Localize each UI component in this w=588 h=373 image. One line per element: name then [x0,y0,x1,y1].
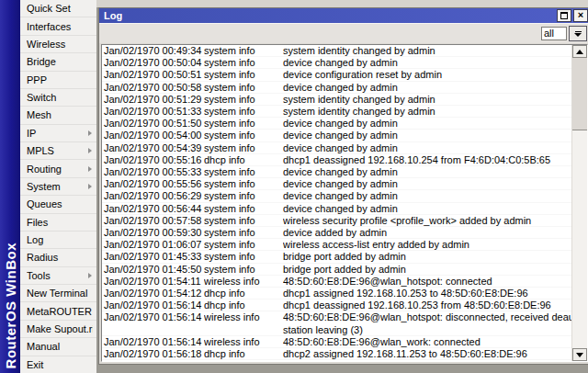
log-cell-time: Jan/02/1970 00:51:29 [102,94,204,106]
log-row[interactable]: Jan/02/1970 01:56:18dhcp infodhcp2 assig… [102,348,571,360]
log-cell-time: Jan/02/1970 00:55:33 [102,166,204,178]
sidebar-item-ppp[interactable]: PPP [20,72,96,89]
log-cell-time: Jan/02/1970 00:56:29 [102,190,204,202]
log-cell-topics: system info [204,251,283,263]
log-row[interactable]: Jan/02/1970 01:45:50system infobridge po… [102,264,571,276]
log-row[interactable]: Jan/02/1970 00:55:16dhcp infodhcp1 deass… [102,154,571,166]
log-row[interactable]: Jan/02/1970 01:45:33system infobridge po… [102,251,571,263]
sidebar-item-label: MPLS [27,145,88,156]
log-cell-time: Jan/02/1970 00:57:58 [102,215,204,227]
sidebar-item-manual[interactable]: Manual [20,338,96,356]
maximize-button[interactable] [557,9,571,22]
log-cell-topics: dhcp info [204,154,283,166]
log-row[interactable]: Jan/02/1970 00:56:29system infodevice ch… [102,190,571,202]
log-row[interactable]: Jan/02/1970 00:59:30system infodevice ad… [102,227,571,239]
sidebar-item-label: Manual [27,341,93,352]
log-cell-message: bridge port added by admin [283,264,571,276]
chevron-down-icon [574,33,582,37]
sidebar-item-switch[interactable]: Switch [20,89,96,107]
log-row[interactable]: Jan/02/1970 00:55:33system infodevice ch… [102,166,571,178]
sidebar-item-log[interactable]: Log [20,232,96,249]
log-cell-topics: wireless info [204,276,283,288]
sidebar-item-tools[interactable]: Tools [20,267,96,285]
log-cell-topics: system info [204,142,283,154]
sidebar-item-label: Quick Set [27,3,93,14]
vertical-scrollbar[interactable] [571,45,587,361]
sidebar-item-system[interactable]: System [20,178,96,196]
sidebar-item-label: Interfaces [27,21,93,32]
log-row[interactable]: Jan/02/1970 00:56:44system infodevice ch… [102,203,571,215]
sidebar-item-mesh[interactable]: Mesh [20,107,96,124]
sidebar-item-new-terminal[interactable]: New Terminal [20,285,96,302]
log-cell-topics: wireless info [204,311,283,335]
log-row[interactable]: Jan/02/1970 00:57:58system infowireless … [102,215,571,227]
sidebar-item-label: IP [27,128,88,139]
sidebar-item-exit[interactable]: Exit [20,356,96,373]
log-cell-topics: system info [204,57,283,69]
log-cell-message: 48:5D:60:E8:DE:96@wlan_work: connected [283,336,571,348]
scroll-down-button[interactable] [572,348,587,361]
log-row[interactable]: Jan/02/1970 00:50:58system infodevice ch… [102,82,571,94]
log-cell-time: Jan/02/1970 00:50:04 [102,57,204,69]
sidebar-item-mpls[interactable]: MPLS [20,142,96,160]
dropdown-bar-icon [575,31,582,32]
log-cell-topics: system info [204,69,283,81]
scroll-up-button[interactable] [572,45,587,58]
scrollbar-thumb[interactable] [572,58,587,130]
sidebar-item-queues[interactable]: Queues [20,196,96,213]
log-row[interactable]: Jan/02/1970 01:56:14wireless info48:5D:6… [102,311,571,335]
log-row[interactable]: Jan/02/1970 01:06:07system infowireless … [102,239,571,251]
sidebar-item-ip[interactable]: IP [20,125,96,142]
log-row[interactable]: Jan/02/1970 00:50:51system infodevice co… [102,69,571,81]
log-row[interactable]: Jan/02/1970 00:51:50system infodevice ch… [102,118,571,130]
log-cell-message: 48:5D:60:E8:DE:96@wlan_hotspot: disconne… [283,311,571,335]
sidebar-item-make-supout-rif[interactable]: Make Supout.rif [20,321,96,338]
scrollbar-track[interactable] [572,58,587,348]
log-row[interactable]: Jan/02/1970 00:49:34system infosystem id… [102,45,571,57]
log-row[interactable]: Jan/02/1970 00:54:39system infodevice ch… [102,142,571,154]
log-cell-topics: system info [204,264,283,276]
log-cell-time: Jan/02/1970 00:56:44 [102,203,204,215]
close-button[interactable]: × [573,9,588,22]
log-cell-message: dhcp1 assigned 192.168.10.253 to 48:5D:6… [283,288,571,300]
log-cell-time: Jan/02/1970 00:54:39 [102,142,204,154]
log-row[interactable]: Jan/02/1970 01:54:12dhcp infodhcp1 assig… [102,288,571,300]
log-list: Jan/02/1970 00:49:34system infosystem id… [101,44,588,362]
sidebar-item-label: New Terminal [27,288,93,299]
sidebar-item-label: Log [27,234,93,245]
log-cell-time: Jan/02/1970 01:56:18 [102,348,204,360]
log-row[interactable]: Jan/02/1970 01:54:11wireless info48:5D:6… [102,276,571,288]
log-row[interactable]: Jan/02/1970 01:56:14wireless info48:5D:6… [102,336,571,348]
log-cell-topics: system info [204,106,283,118]
sidebar-item-routing[interactable]: Routing [20,160,96,177]
log-cell-time: Jan/02/1970 00:51:50 [102,118,204,130]
log-cell-topics: system info [204,215,283,227]
sidebar-item-interfaces[interactable]: Interfaces [20,17,96,35]
log-cell-message: device changed by admin [283,142,571,154]
log-toolbar: all [99,23,588,43]
brand-vertical-label: RouterOS WinBox [3,243,18,368]
log-cell-time: Jan/02/1970 01:06:07 [102,239,204,251]
sidebar-item-files[interactable]: Files [20,214,96,232]
log-filter-dropdown-button[interactable] [569,26,587,41]
sidebar-item-quick-set[interactable]: Quick Set [20,0,96,17]
log-window-titlebar[interactable]: Log × [99,8,588,23]
sidebar-item-radius[interactable]: Radius [20,249,96,266]
log-cell-topics: system info [204,203,283,215]
sidebar-item-metarouter[interactable]: MetaROUTER [20,302,96,320]
log-cell-message: device changed by admin [283,178,571,190]
log-row[interactable]: Jan/02/1970 00:50:04system infodevice ch… [102,57,571,69]
log-row[interactable]: Jan/02/1970 00:51:29system infosystem id… [102,94,571,106]
log-filter-value[interactable]: all [541,27,567,40]
log-row[interactable]: Jan/02/1970 00:51:33system infosystem id… [102,106,571,118]
mdi-area: Log × all Jan/02/1970 00:49:3 [96,0,588,373]
sidebar-item-label: MetaROUTER [27,306,93,317]
sidebar-item-bridge[interactable]: Bridge [20,53,96,71]
sidebar-item-wireless[interactable]: Wireless [20,36,96,53]
sidebar-item-label: Files [27,217,93,228]
log-row[interactable]: Jan/02/1970 00:54:00system infodevice ch… [102,130,571,141]
log-cell-time: Jan/02/1970 01:54:11 [102,276,204,288]
log-cell-topics: system info [204,190,283,202]
log-row[interactable]: Jan/02/1970 00:55:56system infodevice ch… [102,178,571,190]
log-row[interactable]: Jan/02/1970 01:56:14dhcp infodhcp1 deass… [102,300,571,311]
